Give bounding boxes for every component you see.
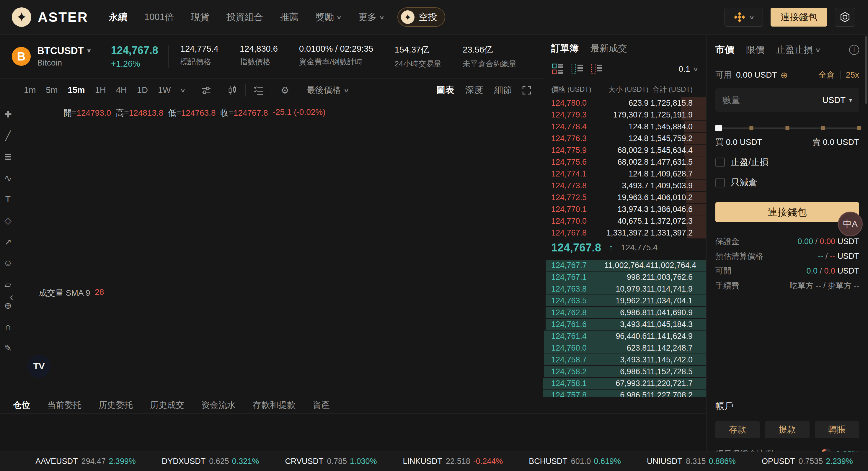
orderbook-row-bid[interactable]: 124,767.711,002,764.411,002,764.4: [543, 259, 706, 271]
indicators-icon[interactable]: [252, 84, 266, 97]
order-type-tab-limit[interactable]: 限價: [746, 44, 764, 56]
timeframe-1D[interactable]: 1D: [137, 85, 148, 95]
bottom-tab-open-orders[interactable]: 当前委托: [47, 399, 82, 411]
view-tab-細節[interactable]: 細節: [494, 84, 512, 96]
checkbox-tp-sl[interactable]: 止盈/止損: [715, 156, 859, 168]
connect-wallet-button[interactable]: 連接錢包: [771, 8, 827, 27]
book-view-both-icon[interactable]: [551, 62, 565, 76]
projection-tool-icon[interactable]: ↗: [2, 236, 14, 248]
fullscreen-icon[interactable]: [520, 84, 534, 97]
quantity-input[interactable]: 數量 USDT▾: [715, 88, 859, 112]
footer-pair-UNIUSDT[interactable]: UNIUSDT8.3150.886%: [647, 457, 736, 466]
horizontal-lines-tool-icon[interactable]: ≣: [2, 151, 14, 163]
order-type-tab-tpsl[interactable]: 止盈止損∨: [776, 44, 820, 56]
tab-recent-trades[interactable]: 最新成交: [590, 42, 627, 55]
orderbook-row-bid[interactable]: 124,763.519,962.211,034,704.1: [543, 295, 706, 307]
book-view-asks-icon[interactable]: [590, 62, 604, 76]
nav-item-referral[interactable]: 推薦: [280, 11, 299, 23]
orderbook-row-ask[interactable]: 124,776.3124.81,545,759.2: [543, 132, 706, 144]
account-button-1[interactable]: 提款: [765, 421, 809, 438]
orderbook-row-ask[interactable]: 124,772.519,963.61,406,010.2: [543, 191, 706, 203]
bottom-tab-assets[interactable]: 資產: [313, 399, 330, 411]
book-view-bids-icon[interactable]: [571, 62, 584, 76]
nav-item-portfolio[interactable]: 投資組合: [226, 11, 263, 23]
price-source-dropdown[interactable]: 最後價格 ∨: [306, 85, 349, 96]
view-tab-深度[interactable]: 深度: [465, 84, 483, 96]
order-type-tab-market[interactable]: 市價: [715, 43, 734, 56]
slider-tick-75[interactable]: [822, 126, 825, 130]
symbol-selector[interactable]: BTCUSDT ▾ Bitcoin: [37, 45, 91, 68]
orderbook-row-ask[interactable]: 124,775.668,002.81,477,631.5: [543, 156, 706, 168]
ruler-tool-icon[interactable]: ▱: [2, 278, 14, 290]
bottom-tab-order-history[interactable]: 历史委托: [99, 399, 133, 411]
chart-settings-gear-icon[interactable]: ⚙: [278, 84, 292, 97]
orderbook-row-ask[interactable]: 124,779.3179,307.91,725,191.9: [543, 109, 706, 121]
settings-button[interactable]: [835, 8, 855, 27]
orderbook-row-ask[interactable]: 124,770.113,974.31,386,046.6: [543, 203, 706, 215]
orderbook-row-bid[interactable]: 124,762.86,986.811,041,690.9: [543, 307, 706, 318]
tradingview-logo[interactable]: TV: [27, 355, 51, 378]
orderbook-row-bid[interactable]: 124,758.167,993.211,220,721.7: [543, 377, 706, 389]
account-button-2[interactable]: 轉賬: [815, 421, 859, 438]
slider-tick-100[interactable]: [857, 126, 861, 130]
orderbook-row-bid[interactable]: 124,767.1998.211,003,762.6: [543, 271, 706, 283]
quantity-unit-dropdown[interactable]: USDT▾: [822, 95, 852, 105]
airdrop-button[interactable]: ✦ 空投: [397, 7, 445, 27]
compare-sliders-icon[interactable]: [199, 84, 213, 97]
leverage-button[interactable]: 25x: [846, 70, 859, 80]
orderbook-row-bid[interactable]: 124,758.26,986.511,152,728.5: [543, 366, 706, 377]
nav-item-more[interactable]: 更多∨: [359, 11, 384, 23]
timeframe-1W[interactable]: 1W: [158, 85, 171, 95]
orderbook-row-bid[interactable]: 124,757.86,986.511,227,708.2: [543, 389, 706, 397]
orderbook-row-ask[interactable]: 124,774.1124.81,409,628.7: [543, 168, 706, 180]
nav-item-perp[interactable]: 永續: [109, 11, 127, 23]
orderbook-row-ask[interactable]: 124,773.83,493.71,409,503.9: [543, 180, 706, 191]
orderbook-row-ask[interactable]: 124,770.040,675.11,372,072.3: [543, 215, 706, 227]
bottom-tab-funds-flow[interactable]: 资金流水: [202, 399, 236, 411]
orderbook-row-ask[interactable]: 124,780.0623.91,725,815.8: [543, 97, 706, 109]
price-chart[interactable]: 開=124793.0 高=124813.8 低=124763.8 收=12476…: [16, 102, 542, 397]
slider-tick-50[interactable]: [785, 126, 789, 130]
timeframe-1H[interactable]: 1H: [95, 85, 106, 95]
timeframe-4H[interactable]: 4H: [116, 85, 127, 95]
nav-item-rewards[interactable]: 獎勵∨: [316, 11, 341, 23]
info-icon[interactable]: i: [849, 45, 859, 55]
bottom-tab-trade-history[interactable]: 历史成交: [150, 399, 184, 411]
chevron-down-icon[interactable]: ∨: [180, 87, 186, 94]
footer-pair-CRVUSDT[interactable]: CRVUSDT0.7851.030%: [285, 457, 377, 466]
orderbook-row-ask[interactable]: 124,775.968,002.91,545,634.4: [543, 144, 706, 156]
connect-wallet-button-panel[interactable]: 連接錢包: [715, 202, 859, 222]
collapse-toolbar-arrow[interactable]: ‹: [10, 291, 13, 303]
deposit-plus-icon[interactable]: ⊕: [781, 70, 788, 80]
nav-item-spot[interactable]: 現貨: [191, 11, 209, 23]
orderbook-row-ask[interactable]: 124,767.81,331,397.21,331,397.2: [543, 227, 706, 239]
orderbook-row-bid[interactable]: 124,761.496,440.611,141,624.9: [543, 330, 706, 342]
orderbook-row-ask[interactable]: 124,778.4124.81,545,884.0: [543, 121, 706, 132]
footer-pair-AAVEUSDT[interactable]: AAVEUSDT294.472.399%: [35, 457, 136, 466]
chain-selector[interactable]: ∨: [724, 8, 763, 27]
orderbook-row-bid[interactable]: 124,758.73,493.311,145,742.0: [543, 354, 706, 366]
scrollbar-thumb[interactable]: [865, 36, 867, 104]
footer-pair-OPUSDT[interactable]: OPUSDT0.75352.239%: [762, 457, 853, 466]
crosshair-tool-icon[interactable]: ✚: [2, 108, 14, 120]
candle-style-icon[interactable]: [225, 84, 240, 97]
bottom-tab-deposits-withdrawals[interactable]: 存款和提款: [253, 399, 296, 411]
view-tab-圖表[interactable]: 圖表: [436, 84, 454, 96]
footer-pair-LINKUSDT[interactable]: LINKUSDT22.518-0.244%: [403, 457, 503, 466]
bottom-tab-positions[interactable]: 仓位: [13, 399, 30, 411]
timeframe-15m[interactable]: 15m: [68, 85, 85, 95]
candlestick-chart-canvas[interactable]: [16, 102, 542, 397]
translate-badge[interactable]: 中A: [838, 212, 863, 237]
brush-tool-icon[interactable]: ∿: [2, 172, 14, 184]
account-button-0[interactable]: 存款: [715, 421, 760, 438]
footer-pair-DYDXUSDT[interactable]: DYDXUSDT0.6250.321%: [162, 457, 259, 466]
orderbook-row-bid[interactable]: 124,760.0623.811,142,248.7: [543, 342, 706, 354]
pencil-tool-icon[interactable]: ✎: [2, 342, 14, 354]
trend-line-tool-icon[interactable]: ╱: [2, 129, 14, 142]
timeframe-5m[interactable]: 5m: [46, 85, 58, 95]
pattern-tool-icon[interactable]: ◇: [2, 214, 14, 227]
checkbox-reduce-only[interactable]: 只減倉: [715, 177, 859, 189]
slider-handle[interactable]: [715, 125, 722, 131]
emoji-tool-icon[interactable]: ☺: [2, 257, 14, 269]
precision-dropdown[interactable]: 0.1 ∨: [678, 64, 698, 74]
